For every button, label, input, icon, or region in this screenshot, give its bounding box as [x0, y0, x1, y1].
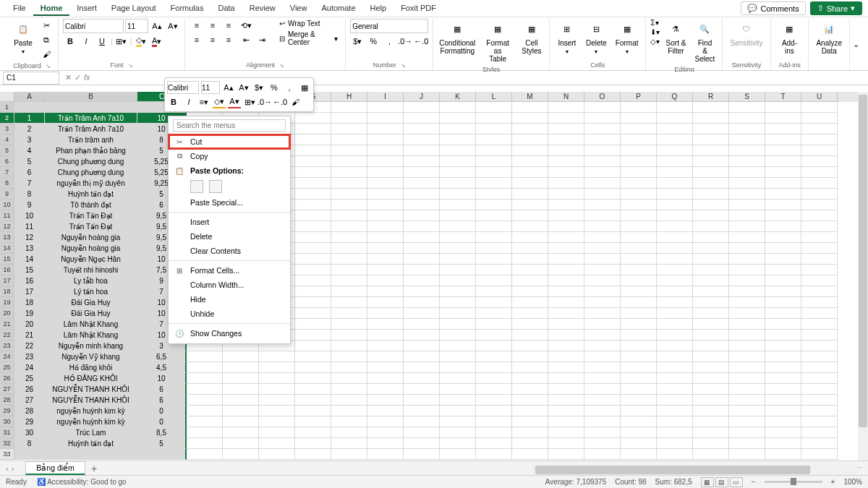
- row-header[interactable]: 33: [0, 449, 14, 460]
- cell[interactable]: [729, 427, 765, 438]
- cell[interactable]: [548, 308, 584, 319]
- cell[interactable]: [404, 416, 440, 427]
- cell[interactable]: [729, 232, 765, 243]
- horizontal-scrollbar[interactable]: [532, 465, 858, 475]
- cell[interactable]: [765, 145, 801, 156]
- cell[interactable]: [584, 341, 621, 351]
- cell[interactable]: [765, 124, 801, 134]
- cell[interactable]: [657, 102, 693, 113]
- cell[interactable]: [512, 156, 548, 167]
- menu-automate[interactable]: Automate: [314, 1, 362, 16]
- cell[interactable]: [801, 416, 838, 427]
- cell[interactable]: [729, 319, 765, 330]
- cell[interactable]: [367, 167, 404, 178]
- cell[interactable]: [440, 395, 476, 406]
- cell[interactable]: [765, 449, 801, 460]
- cell[interactable]: NGUYỄN THANH KHÔI: [45, 384, 137, 395]
- cell[interactable]: [404, 145, 440, 156]
- cell[interactable]: [548, 384, 584, 395]
- cell[interactable]: [584, 145, 621, 156]
- cell[interactable]: [367, 373, 404, 384]
- cell[interactable]: Tuyết nhi hinoshi: [45, 265, 137, 275]
- menu-help[interactable]: Help: [363, 1, 394, 16]
- cell[interactable]: [187, 438, 223, 449]
- cell[interactable]: [45, 449, 137, 460]
- cell[interactable]: [187, 416, 223, 427]
- cell[interactable]: [295, 167, 331, 178]
- column-header-N[interactable]: N: [548, 92, 584, 102]
- row-header[interactable]: 27: [0, 384, 14, 395]
- cell[interactable]: [331, 200, 367, 210]
- cell[interactable]: [548, 373, 584, 384]
- cell[interactable]: [476, 167, 512, 178]
- cell[interactable]: [621, 134, 657, 145]
- cell[interactable]: [440, 232, 476, 243]
- cell[interactable]: 8: [14, 438, 45, 449]
- cell[interactable]: [14, 449, 45, 460]
- cell[interactable]: 25: [14, 373, 45, 384]
- cell[interactable]: [476, 265, 512, 275]
- cell[interactable]: [548, 113, 584, 124]
- cell[interactable]: [657, 416, 693, 427]
- cell[interactable]: [404, 254, 440, 265]
- cell[interactable]: Nguyễn hoàng gia: [45, 243, 137, 254]
- cell[interactable]: [295, 330, 331, 341]
- cell[interactable]: [476, 416, 512, 427]
- cell[interactable]: [331, 275, 367, 286]
- cell[interactable]: 21: [14, 330, 45, 341]
- cell[interactable]: [801, 124, 838, 134]
- cell[interactable]: [729, 308, 765, 319]
- collapse-ribbon-button[interactable]: ⌄: [850, 37, 862, 52]
- cell[interactable]: [367, 145, 404, 156]
- cell[interactable]: Nguyễn Vỹ khang: [45, 351, 137, 362]
- cell[interactable]: [729, 156, 765, 167]
- column-header-J[interactable]: J: [404, 92, 440, 102]
- cell[interactable]: [259, 362, 295, 373]
- cell[interactable]: [693, 395, 729, 406]
- cell[interactable]: [331, 232, 367, 243]
- cell[interactable]: [14, 102, 45, 113]
- column-header-A[interactable]: A: [14, 92, 45, 102]
- cell[interactable]: [367, 330, 404, 341]
- cell[interactable]: [367, 221, 404, 232]
- cell[interactable]: [548, 265, 584, 275]
- cell[interactable]: 18: [14, 297, 45, 308]
- cell[interactable]: [584, 308, 621, 319]
- cell[interactable]: [404, 341, 440, 351]
- cell[interactable]: [512, 243, 548, 254]
- cell[interactable]: [765, 319, 801, 330]
- cell[interactable]: [657, 297, 693, 308]
- cell[interactable]: [657, 362, 693, 373]
- cell[interactable]: [765, 341, 801, 351]
- zoom-slider[interactable]: [765, 481, 822, 483]
- cell[interactable]: [765, 178, 801, 189]
- cell[interactable]: nguyễn thị mỹ duyên: [45, 178, 137, 189]
- cell[interactable]: [621, 156, 657, 167]
- cell[interactable]: [584, 438, 621, 449]
- cell[interactable]: [693, 406, 729, 416]
- cell[interactable]: [367, 102, 404, 113]
- dialog-launcher-icon[interactable]: ↘: [279, 62, 284, 69]
- cell[interactable]: 6: [137, 384, 187, 395]
- row-header[interactable]: 7: [0, 167, 14, 178]
- cell[interactable]: [621, 232, 657, 243]
- row-header[interactable]: 6: [0, 156, 14, 167]
- cell[interactable]: [548, 330, 584, 341]
- hscroll-thumb[interactable]: [535, 466, 810, 474]
- cell[interactable]: 5: [14, 156, 45, 167]
- cell[interactable]: [621, 416, 657, 427]
- cell[interactable]: [404, 308, 440, 319]
- align-left-button[interactable]: ≡: [190, 33, 204, 46]
- cell[interactable]: [295, 265, 331, 275]
- cell[interactable]: [223, 384, 259, 395]
- cell[interactable]: [404, 113, 440, 124]
- cell[interactable]: Huỳnh tấn đạt: [45, 438, 137, 449]
- menu-home[interactable]: Home: [33, 1, 70, 16]
- cell[interactable]: [765, 134, 801, 145]
- comments-button[interactable]: 💬 Comments: [741, 1, 805, 15]
- cell[interactable]: Trần Trâm Anh 7a10: [45, 113, 137, 124]
- cell[interactable]: [295, 145, 331, 156]
- cell[interactable]: Trần Trâm Anh 7a10: [45, 124, 137, 134]
- cell[interactable]: 9: [14, 200, 45, 210]
- cell[interactable]: [801, 156, 838, 167]
